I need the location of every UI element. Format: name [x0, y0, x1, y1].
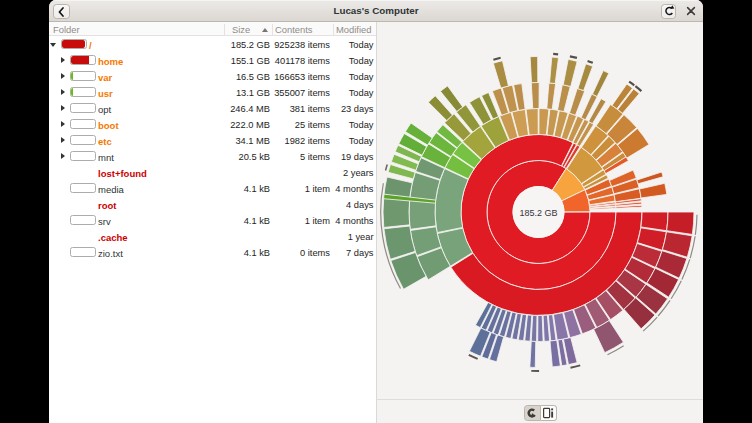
svg-text:185.2 GB: 185.2 GB	[519, 208, 557, 218]
